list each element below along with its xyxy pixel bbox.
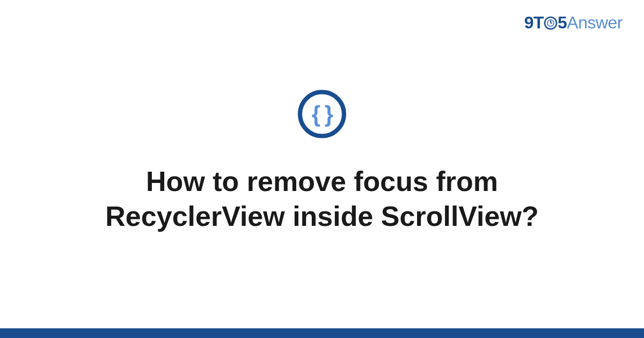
question-title: How to remove focus from RecyclerView in…	[54, 164, 590, 234]
logo-text-5: 5	[558, 13, 567, 32]
logo-clock-icon	[544, 16, 558, 30]
site-logo: 9T5Answer	[524, 13, 623, 33]
footer-accent-bar	[0, 328, 644, 338]
code-braces-icon: { }	[312, 101, 332, 127]
main-content: { } How to remove focus from RecyclerVie…	[0, 90, 644, 234]
logo-text-answer: Answer	[567, 13, 623, 32]
logo-text-9t: 9T	[524, 13, 544, 32]
category-badge: { }	[298, 90, 346, 138]
